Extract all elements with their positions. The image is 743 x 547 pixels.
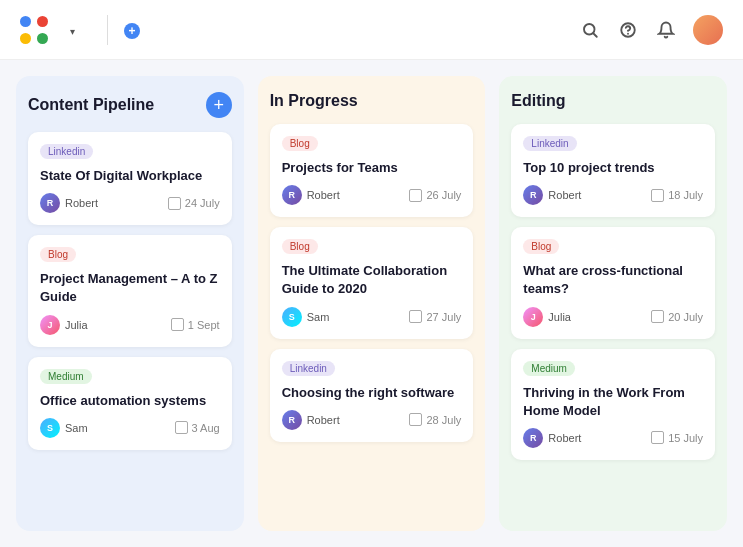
calendar-icon [175, 421, 188, 434]
column-title-in-progress: In Progress [270, 92, 358, 110]
notification-bell-icon[interactable] [655, 19, 677, 41]
card[interactable]: LinkedinState Of Digital WorkplaceRRober… [28, 132, 232, 225]
column-editing: EditingLinkedinTop 10 project trendsRRob… [499, 76, 727, 531]
card-tag: Linkedin [282, 361, 335, 376]
card-date: 18 July [651, 189, 703, 202]
user-name: Sam [307, 311, 330, 323]
plus-icon: + [124, 23, 140, 39]
calendar-icon [168, 197, 181, 210]
create-new-button[interactable]: + [124, 23, 145, 39]
card[interactable]: BlogProject Management – A to Z GuideJJu… [28, 235, 232, 346]
user-name: Robert [65, 197, 98, 209]
avatar[interactable] [693, 15, 723, 45]
calendar-icon [171, 318, 184, 331]
user-name: Robert [307, 414, 340, 426]
card-title: Projects for Teams [282, 159, 462, 177]
svg-line-1 [593, 33, 596, 36]
nav-separator [107, 15, 108, 45]
column-header-content-pipeline: Content Pipeline+ [28, 92, 232, 118]
user-name: Robert [548, 189, 581, 201]
card-title: The Ultimate Collaboration Guide to 2020 [282, 262, 462, 298]
date-text: 18 July [668, 189, 703, 201]
card-tag: Blog [523, 239, 559, 254]
user-name: Sam [65, 422, 88, 434]
calendar-icon [409, 413, 422, 426]
user-avatar: S [282, 307, 302, 327]
card[interactable]: LinkedinChoosing the right softwareRRobe… [270, 349, 474, 442]
user-avatar: J [40, 315, 60, 335]
card-tag: Linkedin [523, 136, 576, 151]
add-card-button-content-pipeline[interactable]: + [206, 92, 232, 118]
column-in-progress: In ProgressBlogProjects for TeamsRRobert… [258, 76, 486, 531]
card-user: RRobert [40, 193, 98, 213]
card-user: RRobert [282, 410, 340, 430]
card-date: 3 Aug [175, 421, 220, 434]
card-footer: RRobert15 July [523, 428, 703, 448]
chevron-down-icon: ▾ [70, 26, 75, 37]
card-tag: Blog [282, 136, 318, 151]
search-icon[interactable] [579, 19, 601, 41]
kanban-board: Content Pipeline+LinkedinState Of Digita… [0, 60, 743, 547]
favourites-tab[interactable]: ▾ [70, 21, 75, 40]
card-tag: Linkedin [40, 144, 93, 159]
card-title: Project Management – A to Z Guide [40, 270, 220, 306]
date-text: 1 Sept [188, 319, 220, 331]
card[interactable]: MediumThriving in the Work From Home Mod… [511, 349, 715, 460]
user-avatar: J [523, 307, 543, 327]
card-footer: RRobert28 July [282, 410, 462, 430]
card[interactable]: BlogThe Ultimate Collaboration Guide to … [270, 227, 474, 338]
card[interactable]: LinkedinTop 10 project trendsRRobert18 J… [511, 124, 715, 217]
card-date: 1 Sept [171, 318, 220, 331]
date-text: 3 Aug [192, 422, 220, 434]
card-footer: SSam27 July [282, 307, 462, 327]
card-user: JJulia [523, 307, 571, 327]
card-footer: JJulia20 July [523, 307, 703, 327]
card-user: SSam [282, 307, 330, 327]
user-name: Julia [548, 311, 571, 323]
card-user: RRobert [523, 185, 581, 205]
card[interactable]: BlogWhat are cross-functional teams?JJul… [511, 227, 715, 338]
user-name: Robert [548, 432, 581, 444]
column-content-pipeline: Content Pipeline+LinkedinState Of Digita… [16, 76, 244, 531]
date-text: 20 July [668, 311, 703, 323]
card-footer: JJulia1 Sept [40, 315, 220, 335]
calendar-icon [409, 310, 422, 323]
user-avatar: S [40, 418, 60, 438]
calendar-icon [651, 189, 664, 202]
user-avatar: R [282, 185, 302, 205]
logo: ▾ [20, 16, 75, 44]
user-name: Julia [65, 319, 88, 331]
card-tag: Medium [523, 361, 575, 376]
user-name: Robert [307, 189, 340, 201]
card-user: RRobert [282, 185, 340, 205]
user-avatar: R [40, 193, 60, 213]
header-actions [579, 15, 723, 45]
card-user: RRobert [523, 428, 581, 448]
user-avatar: R [523, 185, 543, 205]
date-text: 15 July [668, 432, 703, 444]
date-text: 27 July [426, 311, 461, 323]
date-text: 26 July [426, 189, 461, 201]
card-title: What are cross-functional teams? [523, 262, 703, 298]
card-footer: SSam3 Aug [40, 418, 220, 438]
projects-section: + [124, 21, 145, 39]
date-text: 28 July [426, 414, 461, 426]
card[interactable]: BlogProjects for TeamsRRobert26 July [270, 124, 474, 217]
card-date: 28 July [409, 413, 461, 426]
card-date: 15 July [651, 431, 703, 444]
help-icon[interactable] [617, 19, 639, 41]
card-title: Thriving in the Work From Home Model [523, 384, 703, 420]
card-title: State Of Digital Workplace [40, 167, 220, 185]
card-title: Office automation systems [40, 392, 220, 410]
card-footer: RRobert18 July [523, 185, 703, 205]
card-footer: RRobert26 July [282, 185, 462, 205]
card-date: 24 July [168, 197, 220, 210]
card[interactable]: MediumOffice automation systemsSSam3 Aug [28, 357, 232, 450]
card-user: SSam [40, 418, 88, 438]
user-avatar: R [523, 428, 543, 448]
column-header-in-progress: In Progress [270, 92, 474, 110]
card-date: 26 July [409, 189, 461, 202]
card-user: JJulia [40, 315, 88, 335]
logo-icon [20, 16, 48, 44]
calendar-icon [651, 431, 664, 444]
